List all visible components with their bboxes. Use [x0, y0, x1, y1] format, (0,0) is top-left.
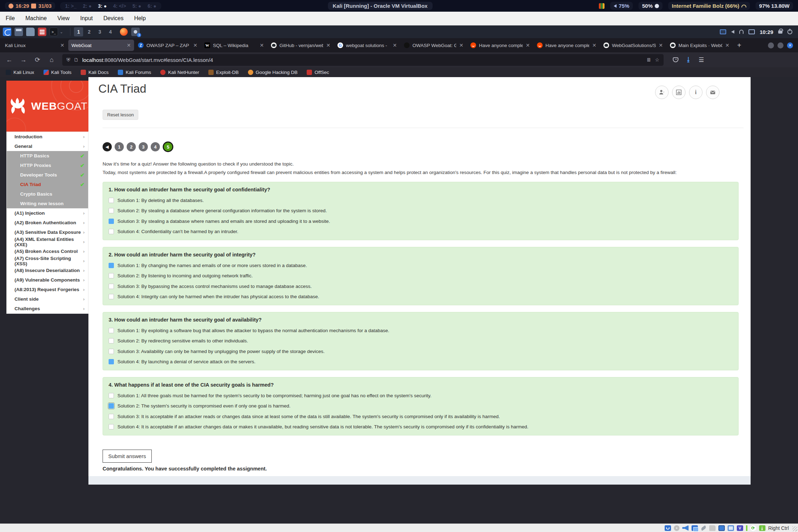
sidebar-item-a8-insecure-deserialization[interactable]: (A8) Insecure Deserialization ›	[7, 266, 88, 275]
display-tray-icon[interactable]	[720, 29, 726, 34]
shield-icon[interactable]: ⛨	[66, 57, 70, 63]
sidebar-item-http-basics[interactable]: HTTP Basics ✔	[7, 151, 88, 161]
sidebar-item-challenges[interactable]: Challenges ›	[7, 304, 88, 313]
page-button-2[interactable]: 2	[127, 142, 136, 151]
sidebar-item-a82013-request-forgeries[interactable]: (A8:2013) Request Forgeries ›	[7, 285, 88, 294]
menu-view[interactable]: View	[57, 15, 69, 22]
workspace-button-4[interactable]: 4	[106, 27, 115, 36]
answer-option[interactable]: Solution 3: By bypassing the access cont…	[109, 284, 733, 289]
bookmark-star-icon[interactable]: ☆	[655, 57, 659, 63]
answer-option[interactable]: Solution 1: By changing the names and em…	[109, 263, 733, 268]
host-key-capture-icon[interactable]: ⭳	[759, 525, 765, 531]
menu-devices[interactable]: Devices	[103, 15, 123, 22]
answer-option[interactable]: Solution 3: It is acceptable if an attac…	[109, 414, 733, 419]
answer-option[interactable]: Solution 3: By stealing a database where…	[109, 219, 733, 224]
brightness-widget[interactable]: 50%	[638, 2, 663, 10]
display-status-icon[interactable]	[718, 525, 725, 531]
sidebar-item-a3-sensitive-data[interactable]: (A3) Sensitive Data Exposure ›	[7, 227, 88, 237]
sidebar-item-introduction[interactable]: Introduction ›	[7, 132, 88, 141]
guest-clock[interactable]: 10:29	[760, 29, 773, 35]
answer-option[interactable]: Solution 1: By deleting all the database…	[109, 198, 733, 203]
tab-close-icon[interactable]: ✕	[260, 42, 264, 48]
contact-button[interactable]	[706, 86, 719, 99]
bookmark-kali-docs[interactable]: Kali Docs	[81, 70, 109, 75]
file-manager-icon[interactable]	[26, 28, 35, 36]
workspace-button-1[interactable]: 1	[74, 27, 83, 36]
battery-widget[interactable]: 97% 13.80W	[756, 2, 793, 10]
checkbox[interactable]	[109, 424, 114, 429]
answer-option[interactable]: Solution 4: By launching a denial of ser…	[109, 359, 733, 364]
about-button[interactable]: i	[689, 86, 702, 99]
sidebar-item-cia-triad[interactable]: CIA Triad ✔	[7, 180, 88, 189]
bookmark-kali-linux[interactable]: Kali Linux	[6, 70, 34, 75]
page-button-3[interactable]: 3	[139, 142, 148, 151]
sidebar-item-client-side[interactable]: Client side ›	[7, 294, 88, 304]
answer-option[interactable]: Solution 4: Confidentiality can't be har…	[109, 229, 733, 234]
back-button[interactable]: ←	[4, 56, 15, 64]
tray-app-icon[interactable]	[599, 3, 605, 9]
kali-menu-icon[interactable]	[3, 28, 11, 36]
minimize-button[interactable]	[768, 42, 774, 48]
text-editor-icon[interactable]	[38, 28, 46, 36]
sidebar-item-a2-broken-authentication[interactable]: (A2) Broken Authentication ›	[7, 218, 88, 227]
user-menu-button[interactable]	[655, 86, 669, 99]
host-workspace-5[interactable]: 5: ●	[132, 3, 141, 9]
tab-webgoat[interactable]: WebGoat ✕	[68, 40, 134, 51]
terminal-icon[interactable]: >_	[50, 28, 58, 36]
reader-mode-icon[interactable]: 🗏	[646, 57, 651, 63]
reload-button[interactable]: ⟳	[32, 56, 43, 64]
checkbox[interactable]	[109, 229, 114, 234]
tab-close-icon[interactable]: ✕	[526, 42, 530, 48]
host-workspace-1[interactable]: 1: >_	[65, 3, 76, 9]
show-desktop-icon[interactable]	[15, 28, 23, 36]
bookmark-kali-nethunter[interactable]: Kali NetHunter	[160, 70, 199, 75]
sidebar-item-writing-new-lesson[interactable]: Writing new lesson	[7, 199, 88, 208]
tab-close-icon[interactable]: ✕	[592, 42, 596, 48]
power-icon[interactable]	[787, 29, 792, 34]
recording-status-icon[interactable]	[728, 525, 734, 531]
features-status-icon[interactable]: ⟳	[750, 525, 756, 531]
checkbox[interactable]	[109, 328, 114, 333]
tab-owasp-webgoat[interactable]: OWASP WebGoat: G ✕	[401, 40, 467, 51]
sidebar-item-general[interactable]: General ›	[7, 141, 88, 151]
menu-file[interactable]: File	[6, 15, 15, 22]
checkbox[interactable]	[109, 414, 114, 419]
menu-machine[interactable]: Machine	[25, 15, 47, 22]
tab-reddit-1[interactable]: Have anyone comple ✕	[467, 40, 533, 51]
host-workspace-2[interactable]: 2: ●	[83, 3, 92, 9]
checkbox-checked[interactable]	[109, 263, 114, 268]
clipboard-tray-icon[interactable]	[748, 29, 755, 34]
audio-status-icon[interactable]	[682, 525, 689, 531]
tab-kali-linux[interactable]: Kali Linux ✕	[2, 40, 68, 51]
tab-sql-wikipedia[interactable]: W SQL – Wikipedia ✕	[201, 40, 267, 51]
home-button[interactable]: ⌂	[46, 56, 57, 64]
sidebar-item-a1-injection[interactable]: (A1) Injection ›	[7, 208, 88, 218]
answer-option[interactable]: Solution 4: Integrity can only be harmed…	[109, 294, 733, 299]
workspace-button-3[interactable]: 3	[95, 27, 104, 36]
page-button-1[interactable]: 1	[115, 142, 124, 151]
tab-close-icon[interactable]: ✕	[60, 42, 64, 48]
answer-option[interactable]: Solution 2: By listening to incoming and…	[109, 273, 733, 278]
bookmark-kali-forums[interactable]: Kali Forums	[118, 70, 151, 75]
downloads-icon[interactable]: ⭳	[686, 56, 692, 63]
checkbox-checked[interactable]	[109, 359, 114, 364]
tab-reddit-2[interactable]: Have anyone comple ✕	[534, 40, 600, 51]
audio-tray-icon[interactable]	[731, 30, 734, 34]
checkbox-checked-focused[interactable]	[109, 403, 114, 409]
notifications-icon[interactable]	[739, 30, 744, 34]
reset-lesson-button[interactable]: Reset lesson	[103, 110, 138, 120]
optical-disc-status-icon[interactable]	[674, 525, 680, 531]
wifi-widget[interactable]: Internet Familie Bolz (66%)	[668, 2, 750, 10]
tab-github-vernjan[interactable]: GitHub - vernjan/web ✕	[268, 40, 334, 51]
checkbox[interactable]	[109, 198, 114, 203]
pocket-icon[interactable]	[673, 57, 678, 62]
answer-option[interactable]: Solution 1: By exploiting a software bug…	[109, 328, 733, 333]
tab-webgoatsolutions-repo[interactable]: WebGoatSolutions/S ✕	[600, 40, 666, 51]
answer-option[interactable]: Solution 3: Availability can only be har…	[109, 349, 733, 354]
checkbox[interactable]	[109, 393, 114, 398]
submit-answers-button[interactable]: Submit answers	[103, 450, 152, 463]
network-status-icon[interactable]	[692, 525, 698, 531]
bookmark-kali-tools[interactable]: Kali Tools	[44, 70, 72, 75]
hdd-status-icon[interactable]	[665, 525, 671, 531]
tab-close-icon[interactable]: ✕	[459, 42, 463, 48]
